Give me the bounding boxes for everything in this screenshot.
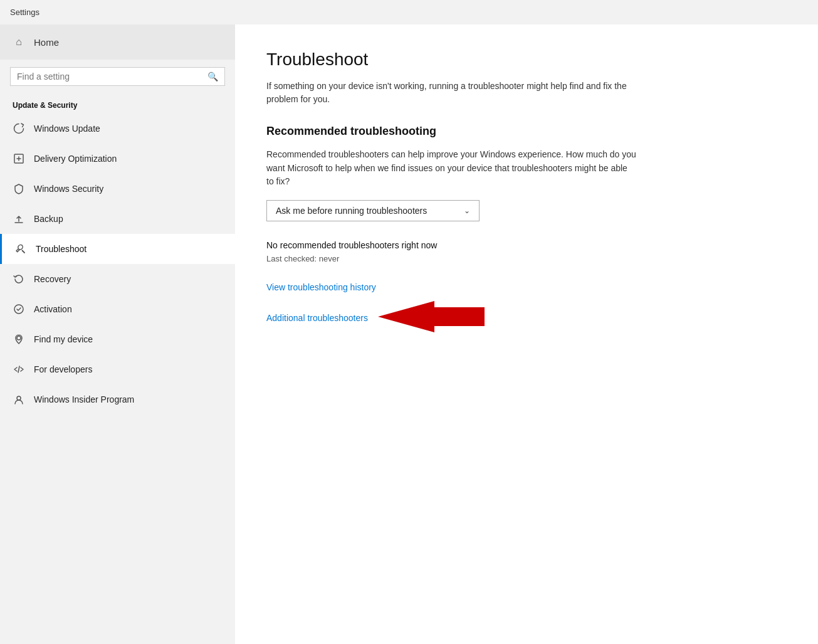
sidebar-home-button[interactable]: ⌂ Home: [0, 24, 235, 60]
sidebar-item-find-my-device[interactable]: Find my device: [0, 324, 235, 354]
sidebar-item-recovery[interactable]: Recovery: [0, 264, 235, 294]
svg-point-3: [17, 396, 21, 400]
sidebar-item-label-activation: Activation: [34, 304, 72, 314]
dropdown-value: Ask me before running troubleshooters: [276, 206, 427, 216]
troubleshooter-dropdown[interactable]: Ask me before running troubleshooters ⌄: [266, 200, 480, 221]
svg-point-2: [17, 336, 21, 340]
sidebar-item-activation[interactable]: Activation: [0, 294, 235, 324]
last-checked-text: Last checked: never: [266, 254, 780, 263]
find-my-device-icon: [13, 333, 25, 346]
view-history-link[interactable]: View troubleshooting history: [266, 282, 780, 292]
red-arrow-annotation: [378, 301, 491, 335]
activation-icon: [13, 303, 25, 315]
sidebar-item-label-delivery-optimization: Delivery Optimization: [34, 154, 117, 164]
title-bar: Settings: [0, 0, 818, 24]
additional-troubleshooters-link[interactable]: Additional troubleshooters: [266, 313, 368, 323]
backup-icon: [13, 213, 25, 225]
sidebar-item-windows-insider[interactable]: Windows Insider Program: [0, 384, 235, 414]
sidebar-item-label-windows-security: Windows Security: [34, 184, 103, 194]
windows-insider-icon: [13, 393, 25, 406]
home-label: Home: [34, 37, 59, 48]
windows-security-icon: [13, 182, 25, 195]
sidebar-item-label-windows-insider: Windows Insider Program: [34, 394, 134, 404]
app-title: Settings: [10, 8, 39, 17]
search-input[interactable]: [17, 71, 202, 82]
for-developers-icon: [13, 363, 25, 376]
page-description: If something on your device isn't workin…: [266, 80, 642, 106]
sidebar-item-windows-update[interactable]: Windows Update: [0, 113, 235, 144]
sidebar-item-troubleshoot[interactable]: Troubleshoot: [0, 234, 235, 264]
recovery-icon: [13, 273, 25, 285]
sidebar-item-label-windows-update: Windows Update: [34, 124, 100, 134]
recommended-description: Recommended troubleshooters can help imp…: [266, 148, 636, 189]
windows-update-icon: [13, 122, 25, 135]
sidebar-item-label-backup: Backup: [34, 214, 63, 224]
recommended-troubleshooting-heading: Recommended troubleshooting: [266, 125, 780, 138]
sidebar-item-label-for-developers: For developers: [34, 364, 92, 374]
page-title: Troubleshoot: [266, 50, 780, 70]
sidebar-item-delivery-optimization[interactable]: Delivery Optimization: [0, 144, 235, 174]
additional-troubleshooters-row: Additional troubleshooters: [266, 301, 780, 335]
search-icon[interactable]: 🔍: [207, 71, 218, 82]
sidebar-item-label-find-my-device: Find my device: [34, 334, 93, 344]
sidebar-nav: Windows UpdateDelivery OptimizationWindo…: [0, 113, 235, 414]
sidebar-item-backup[interactable]: Backup: [0, 204, 235, 234]
sidebar-section-title: Update & Security: [0, 93, 235, 113]
app-container: ⌂ Home 🔍 Update & Security Windows Updat…: [0, 24, 818, 644]
troubleshoot-icon: [14, 243, 27, 255]
sidebar-item-windows-security[interactable]: Windows Security: [0, 174, 235, 204]
chevron-down-icon: ⌄: [464, 206, 470, 215]
svg-marker-4: [378, 301, 485, 332]
search-box[interactable]: 🔍: [10, 67, 225, 86]
no-troubleshooters-text: No recommended troubleshooters right now: [266, 240, 780, 250]
home-icon: ⌂: [13, 36, 25, 48]
sidebar-item-for-developers[interactable]: For developers: [0, 354, 235, 384]
sidebar-item-label-troubleshoot: Troubleshoot: [36, 244, 87, 254]
delivery-optimization-icon: [13, 152, 25, 165]
main-content: Troubleshoot If something on your device…: [235, 24, 818, 644]
sidebar: ⌂ Home 🔍 Update & Security Windows Updat…: [0, 24, 235, 644]
sidebar-item-label-recovery: Recovery: [34, 274, 71, 284]
